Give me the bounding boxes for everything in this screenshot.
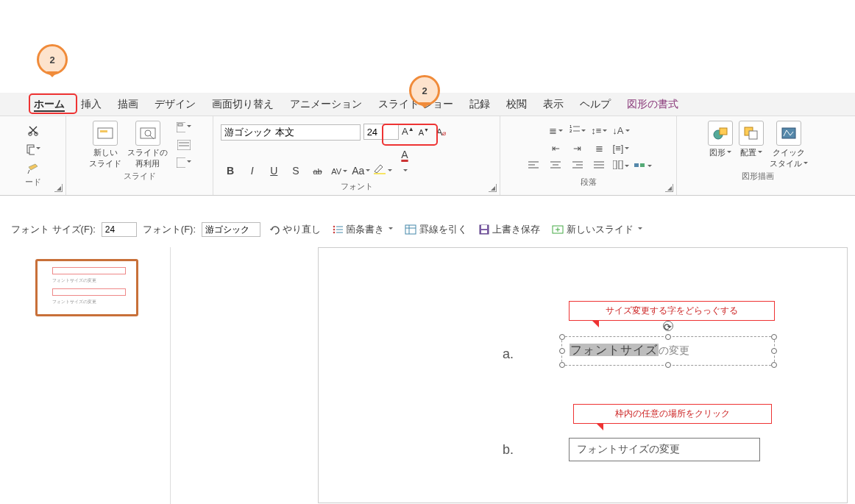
svg-rect-14 xyxy=(177,157,185,168)
qat-ruler-button[interactable]: 罫線を引く xyxy=(402,223,470,236)
line-spacing-button[interactable]: ↕≡ xyxy=(589,125,609,140)
textbox-b[interactable]: フォントサイズの変更 xyxy=(569,438,760,461)
new-slide-button[interactable]: 新しい スライド xyxy=(89,121,121,169)
slide-editor[interactable]: a. サイズ変更する字をどらっぐする ⟳ フォントサイズの変更 b. 枠内の任意… xyxy=(318,247,848,503)
shadow-button[interactable]: S xyxy=(286,163,305,179)
rotate-handle[interactable]: ⟳ xyxy=(663,321,673,331)
qat-bullets-button[interactable]: 箇条書き xyxy=(330,223,396,236)
clear-format-button[interactable]: A⌀ xyxy=(433,127,450,138)
callout-b: 枠内の任意の場所をクリック xyxy=(573,404,772,424)
quick-styles-button[interactable]: クイック スタイル xyxy=(770,121,808,169)
format-painter-icon[interactable] xyxy=(26,162,40,175)
indent-button[interactable]: ⇥ xyxy=(568,143,587,157)
svg-rect-32 xyxy=(613,160,617,169)
group-drawing-label: 図形描画 xyxy=(684,171,831,183)
align-left-button[interactable] xyxy=(524,160,543,175)
shrink-font-button[interactable]: A▼ xyxy=(417,127,430,137)
svg-rect-39 xyxy=(749,131,757,139)
svg-rect-47 xyxy=(405,225,416,234)
quick-access-toolbar: フォント サイズ(F): フォント(F): やり直し 箇条書き 罫線を引く 上書… xyxy=(11,219,645,240)
tab-insert[interactable]: 挿入 xyxy=(81,98,102,111)
slide-thumbnail-panel: フォントサイズの変更 フォントサイズの変更 xyxy=(24,247,171,504)
slide-thumbnail-1[interactable]: フォントサイズの変更 フォントサイズの変更 xyxy=(35,259,138,316)
callout-a: サイズ変更する字をどらっぐする xyxy=(569,301,775,321)
svg-rect-11 xyxy=(177,140,191,150)
callout-2b: 2 xyxy=(409,75,440,106)
underline-button[interactable]: U xyxy=(264,163,283,179)
tab-record[interactable]: 記録 xyxy=(469,98,490,111)
shapes-button[interactable]: 図形 xyxy=(708,121,733,158)
arrange-button[interactable]: 配置 xyxy=(739,121,764,158)
bullet-b-label: b. xyxy=(503,442,514,458)
highlight-color-button[interactable] xyxy=(373,163,392,179)
group-font-label: フォント xyxy=(221,181,492,194)
svg-rect-15 xyxy=(374,173,386,174)
svg-rect-37 xyxy=(720,128,727,135)
tab-review[interactable]: 校閲 xyxy=(506,98,527,111)
qat-new-slide-button[interactable]: 新しいスライド xyxy=(549,223,645,236)
svg-rect-35 xyxy=(640,163,645,167)
svg-rect-4 xyxy=(98,128,113,138)
svg-text:2: 2 xyxy=(570,129,572,133)
qat-save-button[interactable]: 上書き保存 xyxy=(476,223,543,236)
callout-2a: 2 xyxy=(37,44,68,75)
ribbon: ード 新しい スライド スライドの 再利用 スライド xyxy=(0,116,855,196)
grow-font-button[interactable]: A▲ xyxy=(401,126,414,137)
layout-icon[interactable] xyxy=(177,121,191,134)
svg-rect-3 xyxy=(29,147,35,155)
tab-shape-format[interactable]: 図形の書式 xyxy=(627,98,678,111)
outdent-button[interactable]: ⇤ xyxy=(546,143,565,157)
numbering-button[interactable]: 12 xyxy=(568,124,587,138)
copy-icon[interactable] xyxy=(26,143,40,156)
tab-help[interactable]: ヘルプ xyxy=(580,98,611,111)
reset-icon[interactable] xyxy=(177,138,191,152)
bold-button[interactable]: B xyxy=(221,163,240,179)
strike-button[interactable]: ab xyxy=(308,163,327,180)
change-case-button[interactable]: Aa xyxy=(352,163,371,179)
font-dialog-launcher[interactable] xyxy=(489,184,497,192)
section-icon[interactable] xyxy=(177,156,191,169)
font-size-input[interactable] xyxy=(363,124,399,140)
paragraph-dialog-launcher[interactable] xyxy=(665,184,673,192)
qat-font-input[interactable] xyxy=(202,222,260,237)
font-color-button[interactable]: A xyxy=(395,146,414,179)
align-text-button[interactable]: [≡] xyxy=(611,143,631,157)
svg-rect-6 xyxy=(141,128,155,138)
tab-draw[interactable]: 描画 xyxy=(118,98,138,111)
svg-rect-10 xyxy=(178,124,182,126)
svg-point-43 xyxy=(333,232,336,234)
italic-button[interactable]: I xyxy=(243,163,262,179)
reuse-slides-button[interactable]: スライドの 再利用 xyxy=(127,121,168,169)
svg-rect-5 xyxy=(100,130,107,132)
svg-rect-52 xyxy=(481,230,487,233)
svg-rect-33 xyxy=(619,160,622,169)
group-clipboard-label: ード xyxy=(7,177,58,189)
list-level-button[interactable]: ≣ xyxy=(589,143,609,157)
qat-fontsize-label: フォント サイズ(F): xyxy=(11,223,96,236)
selected-text[interactable]: フォントサイズ xyxy=(570,344,659,356)
qat-fontsize-input[interactable] xyxy=(102,222,137,237)
tab-design[interactable]: デザイン xyxy=(155,98,196,111)
cut-icon[interactable] xyxy=(26,124,40,137)
tab-view[interactable]: 表示 xyxy=(543,98,564,111)
clipboard-dialog-launcher[interactable] xyxy=(54,184,63,192)
columns-button[interactable] xyxy=(611,160,631,175)
tab-animations[interactable]: アニメーション xyxy=(290,98,362,111)
bullets-button[interactable]: ≣ xyxy=(546,125,565,140)
font-name-input[interactable] xyxy=(221,124,361,141)
tab-transitions[interactable]: 画面切り替え xyxy=(212,98,274,111)
char-spacing-button[interactable]: AV xyxy=(330,163,349,180)
svg-point-42 xyxy=(333,229,336,231)
textbox-a-selected[interactable]: ⟳ フォントサイズの変更 xyxy=(561,336,775,366)
align-right-button[interactable] xyxy=(568,160,587,175)
textbox-a-tail: の変更 xyxy=(659,344,689,356)
align-center-button[interactable] xyxy=(546,160,565,175)
tab-home[interactable]: ホーム xyxy=(34,98,65,111)
smartart-button[interactable] xyxy=(634,160,653,175)
justify-button[interactable] xyxy=(589,160,609,175)
svg-point-41 xyxy=(333,226,336,228)
qat-redo-button[interactable]: やり直し xyxy=(266,223,324,236)
text-direction-button[interactable]: ↓A xyxy=(611,125,631,140)
svg-rect-51 xyxy=(481,225,487,229)
qat-font-label: フォント(F): xyxy=(143,223,196,236)
